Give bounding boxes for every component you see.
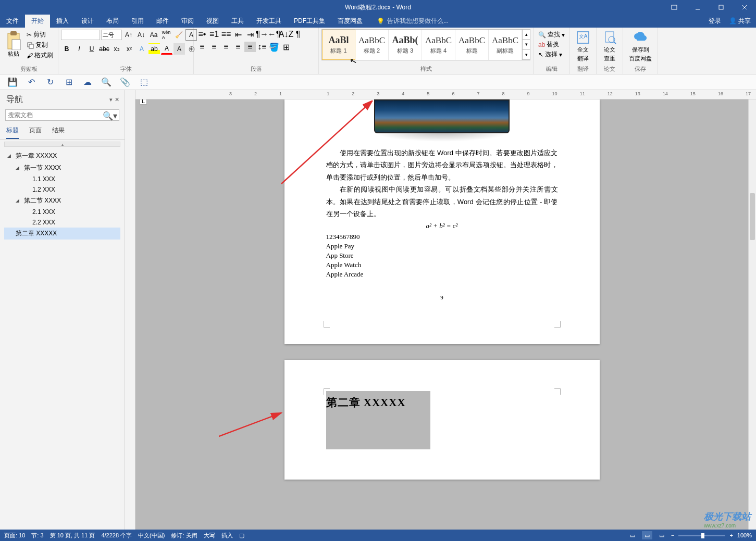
align-right-icon[interactable]: ≡ (220, 42, 232, 52)
numbering-icon[interactable]: ≡1 (208, 29, 220, 40)
tab-insert[interactable]: 插入 (50, 15, 75, 28)
tab-home[interactable]: 开始 (25, 15, 50, 28)
style-item-0[interactable]: AaBl标题 1 (322, 30, 355, 60)
tab-pdf[interactable]: PDF工具集 (288, 15, 331, 28)
font-name-input[interactable] (61, 30, 100, 40)
selected-heading[interactable]: 第二章 XXXXX (326, 391, 430, 449)
phonetic-guide-icon[interactable]: wénA (160, 29, 172, 41)
nav-item-0[interactable]: ◢第一章 XXXXX (4, 150, 120, 162)
undo-icon[interactable]: ↶ (27, 78, 36, 87)
align-center-icon[interactable]: ≡ (208, 42, 220, 52)
cut-button[interactable]: ✂剪切 (27, 30, 53, 39)
style-item-3[interactable]: AaBbC标题 4 (422, 30, 455, 60)
zoom-out-icon[interactable]: − (671, 532, 674, 538)
superscript-button[interactable]: x² (123, 43, 135, 55)
tab-references[interactable]: 引用 (125, 15, 150, 28)
status-lang[interactable]: 中文(中国) (138, 532, 165, 539)
select-button[interactable]: ↖选择 ▾ (538, 50, 565, 59)
subscript-button[interactable]: x₂ (111, 43, 122, 55)
style-item-5[interactable]: AaBbC副标题 (489, 30, 522, 60)
nav-item-7[interactable]: 第二章 XXXXX (4, 228, 120, 240)
nav-tab-pages[interactable]: 页面 (29, 126, 42, 139)
distribute-icon[interactable]: ≡ (244, 42, 256, 52)
status-page[interactable]: 页面: 10 (4, 532, 25, 539)
thesis-check-button[interactable]: 论文 查重 (599, 29, 620, 64)
zoom-in-icon[interactable]: + (729, 532, 733, 538)
shading-icon[interactable]: 🪣 (268, 42, 280, 52)
char-shading-icon[interactable]: A (173, 43, 185, 55)
find-button[interactable]: 🔍查找 ▾ (538, 30, 565, 39)
maximize-icon[interactable] (709, 0, 733, 15)
multilevel-icon[interactable]: ≡≡ (220, 29, 232, 40)
print-preview-icon[interactable]: 🔍 (102, 78, 111, 87)
tab-file[interactable]: 文件 (0, 15, 25, 28)
inline-image[interactable] (374, 99, 510, 133)
sync-icon[interactable]: ☁ (83, 78, 92, 87)
read-mode-icon[interactable]: ▭ (627, 531, 638, 539)
nav-item-3[interactable]: 1.2 XXX (4, 184, 120, 195)
tell-me-input[interactable]: 💡 告诉我您想要做什么... (377, 15, 449, 28)
paste-button[interactable]: 粘贴 (3, 29, 24, 59)
change-case-icon[interactable]: Aa (148, 29, 159, 41)
tab-mailings[interactable]: 邮件 (150, 15, 175, 28)
attach-icon[interactable]: 📎 (120, 78, 130, 87)
italic-button[interactable]: I (73, 43, 85, 55)
equation[interactable]: a² + b² = c² (326, 220, 558, 232)
align-left-icon[interactable]: ≡ (196, 42, 208, 52)
search-icon[interactable]: 🔍▾ (103, 111, 117, 121)
font-color-icon[interactable]: A (161, 43, 172, 55)
show-marks-icon[interactable]: ¶ (292, 29, 304, 40)
share-button[interactable]: 👤 共享 (729, 17, 751, 26)
vertical-scrollbar[interactable] (748, 99, 756, 530)
bullets-icon[interactable]: ≡• (196, 29, 208, 40)
text-effects-icon[interactable]: A (136, 43, 147, 55)
tab-layout[interactable]: 布局 (100, 15, 125, 28)
grow-font-icon[interactable]: A↑ (123, 29, 134, 41)
save-icon[interactable]: 💾 (8, 78, 17, 87)
print-layout-icon[interactable]: ▭ (642, 531, 652, 539)
clear-format-icon[interactable]: 🧹 (173, 29, 184, 41)
inc-indent-icon[interactable]: ⇥ (244, 29, 256, 40)
document-scroll[interactable]: L 使用在需要位置出现的新按钮在 Word 中保存时间。若要更改图片适应文档的方… (135, 99, 748, 530)
nav-close-icon[interactable]: ✕ (115, 96, 119, 103)
document-page-1[interactable]: 使用在需要位置出现的新按钮在 Word 中保存时间。若要更改图片适应文档的方式，… (284, 99, 600, 344)
borders-icon[interactable]: ⊞ (280, 42, 292, 52)
dec-indent-icon[interactable]: ⇤ (232, 29, 244, 40)
close-icon[interactable] (733, 0, 756, 15)
paragraph-text[interactable]: 在新的阅读视图中阅读更加容易。可以折叠文档某些部分并关注所需文本。如果在达到结尾… (326, 183, 558, 220)
nav-collapse-bar[interactable]: ▴ (4, 142, 120, 147)
font-size-input[interactable] (101, 30, 122, 40)
tab-baidu[interactable]: 百度网盘 (331, 15, 369, 28)
minimize-icon[interactable] (686, 0, 709, 15)
list-item[interactable]: 1234567890 (326, 232, 558, 242)
list-item[interactable]: Apple Pay (326, 242, 558, 251)
status-insert[interactable]: 插入 (221, 532, 233, 539)
list-item[interactable]: Apple Watch (326, 260, 558, 270)
underline-button[interactable]: U (86, 43, 97, 55)
style-item-2[interactable]: AaBb(标题 3 (389, 30, 422, 60)
list-item[interactable]: App Store (326, 251, 558, 260)
highlight-icon[interactable]: ab (148, 43, 160, 55)
ltr-icon[interactable]: ¶→ (256, 29, 268, 40)
shrink-font-icon[interactable]: A↓ (135, 29, 147, 41)
ribbon-display-icon[interactable] (662, 0, 686, 15)
status-pagecount[interactable]: 第 10 页, 共 11 页 (50, 532, 95, 539)
customize-icon[interactable]: ⬚ (139, 78, 148, 87)
table-icon[interactable]: ⊞ (64, 78, 73, 87)
document-page-2[interactable]: 第二章 XXXXX (284, 360, 600, 480)
nav-item-2[interactable]: 1.1 XXX (4, 174, 120, 184)
tab-stop-indicator[interactable]: L (140, 99, 147, 105)
status-track[interactable]: 修订: 关闭 (171, 532, 197, 539)
strike-button[interactable]: abc (98, 43, 110, 55)
bold-button[interactable]: B (61, 43, 72, 55)
status-words[interactable]: 4/2228 个字 (101, 532, 132, 539)
nav-item-6[interactable]: 2.2 XXX (4, 217, 120, 228)
login-button[interactable]: 登录 (709, 17, 721, 26)
styles-gallery[interactable]: AaBl标题 1AaBbC标题 2AaBb(标题 3AaBbC标题 4AaBbC… (321, 29, 530, 60)
tab-view[interactable]: 视图 (200, 15, 225, 28)
status-section[interactable]: 节: 3 (31, 532, 43, 539)
horizontal-ruler[interactable]: 3211234567891011121314151617 (135, 90, 756, 99)
tab-tools[interactable]: 工具 (225, 15, 250, 28)
replace-button[interactable]: ab替换 (538, 40, 565, 49)
nav-item-1[interactable]: ◢第一节 XXXX (4, 162, 120, 174)
